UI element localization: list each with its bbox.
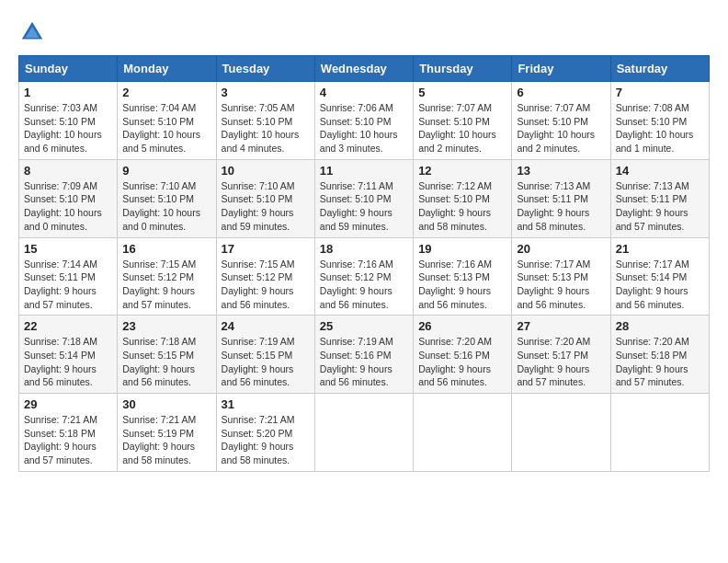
day-info: Sunrise: 7:17 AMSunset: 5:14 PMDaylight:… [616,258,704,312]
calendar-cell: 30Sunrise: 7:21 AMSunset: 5:19 PMDayligh… [118,394,216,472]
day-info: Sunrise: 7:05 AMSunset: 5:10 PMDaylight:… [222,101,310,155]
calendar-cell: 7Sunrise: 7:08 AMSunset: 5:10 PMDaylight… [610,82,709,160]
calendar-table: SundayMondayTuesdayWednesdayThursdayFrid… [18,55,710,472]
day-number: 1 [24,86,112,99]
calendar-cell [512,394,610,472]
day-number: 17 [222,242,310,256]
weekday-header-thursday: Thursday [414,56,512,82]
day-number: 24 [222,319,310,333]
day-info: Sunrise: 7:20 AMSunset: 5:18 PMDaylight:… [616,335,704,389]
day-info: Sunrise: 7:19 AMSunset: 5:16 PMDaylight:… [320,335,408,389]
calendar-cell: 16Sunrise: 7:15 AMSunset: 5:12 PMDayligh… [118,237,216,316]
calendar-week-row: 22Sunrise: 7:18 AMSunset: 5:14 PMDayligh… [19,316,710,394]
day-number: 19 [418,242,506,256]
day-number: 12 [418,164,506,178]
calendar-cell: 8Sunrise: 7:09 AMSunset: 5:10 PMDaylight… [19,159,118,237]
day-number: 15 [24,242,112,256]
calendar-cell: 17Sunrise: 7:15 AMSunset: 5:12 PMDayligh… [216,237,314,316]
calendar-cell: 26Sunrise: 7:20 AMSunset: 5:16 PMDayligh… [414,316,512,394]
weekday-header-saturday: Saturday [610,56,709,82]
day-info: Sunrise: 7:13 AMSunset: 5:11 PMDaylight:… [616,179,704,234]
day-info: Sunrise: 7:15 AMSunset: 5:12 PMDaylight:… [122,258,210,312]
calendar-cell: 19Sunrise: 7:16 AMSunset: 5:13 PMDayligh… [414,237,512,316]
calendar-cell: 18Sunrise: 7:16 AMSunset: 5:12 PMDayligh… [314,237,413,316]
day-info: Sunrise: 7:20 AMSunset: 5:16 PMDaylight:… [418,335,506,389]
day-number: 28 [616,319,704,333]
calendar-cell [314,394,413,472]
calendar-cell: 20Sunrise: 7:17 AMSunset: 5:13 PMDayligh… [512,237,610,316]
day-info: Sunrise: 7:21 AMSunset: 5:20 PMDaylight:… [222,413,310,467]
calendar-cell: 3Sunrise: 7:05 AMSunset: 5:10 PMDaylight… [216,82,314,160]
day-info: Sunrise: 7:09 AMSunset: 5:10 PMDaylight:… [24,179,112,234]
day-number: 31 [222,397,310,411]
calendar-cell: 25Sunrise: 7:19 AMSunset: 5:16 PMDayligh… [314,316,413,394]
day-info: Sunrise: 7:06 AMSunset: 5:10 PMDaylight:… [320,101,408,155]
day-number: 4 [320,86,408,99]
day-number: 21 [616,242,704,256]
calendar-cell: 31Sunrise: 7:21 AMSunset: 5:20 PMDayligh… [216,394,314,472]
calendar-cell: 10Sunrise: 7:10 AMSunset: 5:10 PMDayligh… [216,159,314,237]
calendar-cell: 28Sunrise: 7:20 AMSunset: 5:18 PMDayligh… [610,316,709,394]
day-info: Sunrise: 7:13 AMSunset: 5:11 PMDaylight:… [517,179,605,234]
day-number: 29 [24,397,112,411]
calendar-week-row: 29Sunrise: 7:21 AMSunset: 5:18 PMDayligh… [19,394,710,472]
general-blue-icon [18,18,46,46]
calendar-cell: 13Sunrise: 7:13 AMSunset: 5:11 PMDayligh… [512,159,610,237]
day-info: Sunrise: 7:21 AMSunset: 5:18 PMDaylight:… [24,413,112,467]
day-info: Sunrise: 7:10 AMSunset: 5:10 PMDaylight:… [222,179,310,234]
calendar-cell: 12Sunrise: 7:12 AMSunset: 5:10 PMDayligh… [414,159,512,237]
day-number: 10 [222,164,310,178]
logo [18,18,48,46]
weekday-header-friday: Friday [512,56,610,82]
day-info: Sunrise: 7:18 AMSunset: 5:14 PMDaylight:… [24,335,112,389]
page-header [18,18,710,46]
day-number: 30 [122,397,210,411]
day-info: Sunrise: 7:14 AMSunset: 5:11 PMDaylight:… [24,258,112,312]
weekday-header-sunday: Sunday [19,56,118,82]
calendar-cell: 11Sunrise: 7:11 AMSunset: 5:10 PMDayligh… [314,159,413,237]
day-info: Sunrise: 7:10 AMSunset: 5:10 PMDaylight:… [122,179,210,234]
day-number: 23 [122,319,210,333]
calendar-cell [414,394,512,472]
calendar-cell: 6Sunrise: 7:07 AMSunset: 5:10 PMDaylight… [512,82,610,160]
day-info: Sunrise: 7:18 AMSunset: 5:15 PMDaylight:… [122,335,210,389]
calendar-cell: 14Sunrise: 7:13 AMSunset: 5:11 PMDayligh… [610,159,709,237]
day-number: 26 [418,319,506,333]
day-info: Sunrise: 7:07 AMSunset: 5:10 PMDaylight:… [517,101,605,155]
calendar-cell: 4Sunrise: 7:06 AMSunset: 5:10 PMDaylight… [314,82,413,160]
day-number: 27 [517,319,605,333]
calendar-week-row: 15Sunrise: 7:14 AMSunset: 5:11 PMDayligh… [19,237,710,316]
day-info: Sunrise: 7:19 AMSunset: 5:15 PMDaylight:… [222,335,310,389]
calendar-header-row: SundayMondayTuesdayWednesdayThursdayFrid… [19,56,710,82]
day-info: Sunrise: 7:12 AMSunset: 5:10 PMDaylight:… [418,179,506,234]
day-info: Sunrise: 7:17 AMSunset: 5:13 PMDaylight:… [517,258,605,312]
weekday-header-tuesday: Tuesday [216,56,314,82]
day-number: 25 [320,319,408,333]
calendar-cell: 23Sunrise: 7:18 AMSunset: 5:15 PMDayligh… [118,316,216,394]
day-number: 14 [616,164,704,178]
day-number: 2 [122,86,210,99]
day-number: 20 [517,242,605,256]
calendar-week-row: 1Sunrise: 7:03 AMSunset: 5:10 PMDaylight… [19,82,710,160]
day-number: 18 [320,242,408,256]
day-info: Sunrise: 7:15 AMSunset: 5:12 PMDaylight:… [222,258,310,312]
calendar-cell: 9Sunrise: 7:10 AMSunset: 5:10 PMDaylight… [118,159,216,237]
calendar-cell: 22Sunrise: 7:18 AMSunset: 5:14 PMDayligh… [19,316,118,394]
calendar-cell: 2Sunrise: 7:04 AMSunset: 5:10 PMDaylight… [118,82,216,160]
day-info: Sunrise: 7:11 AMSunset: 5:10 PMDaylight:… [320,179,408,234]
day-number: 8 [24,164,112,178]
weekday-header-wednesday: Wednesday [314,56,413,82]
day-number: 9 [122,164,210,178]
day-info: Sunrise: 7:21 AMSunset: 5:19 PMDaylight:… [122,413,210,467]
calendar-cell: 27Sunrise: 7:20 AMSunset: 5:17 PMDayligh… [512,316,610,394]
calendar-cell: 1Sunrise: 7:03 AMSunset: 5:10 PMDaylight… [19,82,118,160]
calendar-cell: 21Sunrise: 7:17 AMSunset: 5:14 PMDayligh… [610,237,709,316]
calendar-cell [610,394,709,472]
calendar-cell: 15Sunrise: 7:14 AMSunset: 5:11 PMDayligh… [19,237,118,316]
calendar-cell: 24Sunrise: 7:19 AMSunset: 5:15 PMDayligh… [216,316,314,394]
day-info: Sunrise: 7:04 AMSunset: 5:10 PMDaylight:… [122,101,210,155]
day-info: Sunrise: 7:20 AMSunset: 5:17 PMDaylight:… [517,335,605,389]
day-info: Sunrise: 7:08 AMSunset: 5:10 PMDaylight:… [616,101,704,155]
day-number: 13 [517,164,605,178]
calendar-week-row: 8Sunrise: 7:09 AMSunset: 5:10 PMDaylight… [19,159,710,237]
